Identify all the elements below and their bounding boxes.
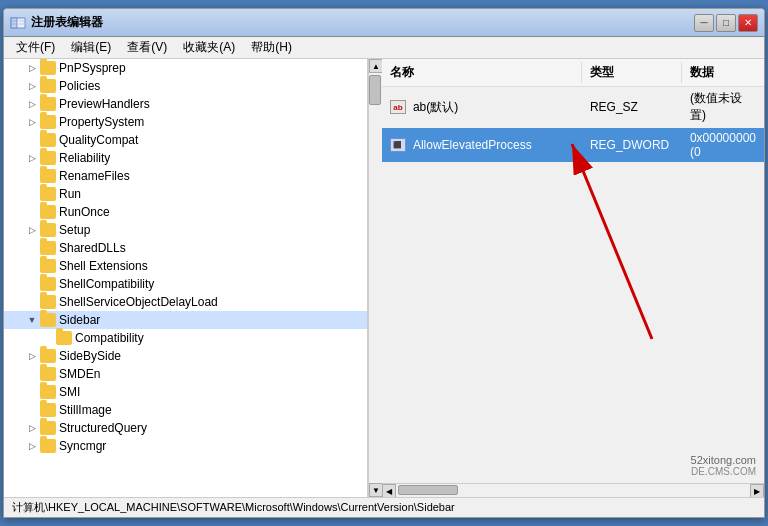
type-cell-selected: REG_DWORD <box>582 137 682 153</box>
folder-icon <box>40 205 56 219</box>
svg-rect-1 <box>11 18 17 28</box>
tree-item-SMDEn[interactable]: SMDEn <box>4 365 367 383</box>
tree-item-PnPSysprep[interactable]: ▷ PnPSysprep <box>4 59 367 77</box>
h-scroll-thumb[interactable] <box>398 485 458 495</box>
tree-item-Policies[interactable]: ▷ Policies <box>4 77 367 95</box>
folder-icon <box>40 241 56 255</box>
tree-label: QualityCompat <box>59 133 138 147</box>
folder-icon <box>40 295 56 309</box>
tree-label: Sidebar <box>59 313 100 327</box>
tree-label: PreviewHandlers <box>59 97 150 111</box>
ab-icon: ab <box>390 100 406 114</box>
tree-item-Setup[interactable]: ▷ Setup <box>4 221 367 239</box>
horizontal-scrollbar[interactable]: ◀ ▶ <box>382 483 764 497</box>
tree-item-ShellExtensions[interactable]: Shell Extensions <box>4 257 367 275</box>
folder-icon <box>40 115 56 129</box>
scroll-thumb[interactable] <box>369 75 381 105</box>
right-pane: 名称 类型 数据 ab ab(默认) REG_SZ (数值未设置) <box>382 59 764 497</box>
header-data[interactable]: 数据 <box>682 62 764 83</box>
menu-edit[interactable]: 编辑(E) <box>63 37 119 58</box>
left-scrollbar[interactable]: ▲ ▼ <box>368 59 382 497</box>
tree-item-Sidebar[interactable]: ▼ Sidebar <box>4 311 367 329</box>
tree-item-Run[interactable]: Run <box>4 185 367 203</box>
folder-icon <box>40 421 56 435</box>
folder-icon <box>40 97 56 111</box>
name-cell: ab ab(默认) <box>382 98 582 117</box>
status-bar: 计算机\HKEY_LOCAL_MACHINE\SOFTWARE\Microsof… <box>4 497 764 517</box>
menu-favorites[interactable]: 收藏夹(A) <box>175 37 243 58</box>
watermark-line2: DE.CMS.COM <box>691 466 756 477</box>
tree-item-Compatibility[interactable]: Compatibility <box>4 329 367 347</box>
tree-item-QualityCompat[interactable]: QualityCompat <box>4 131 367 149</box>
scroll-down-button[interactable]: ▼ <box>369 483 383 497</box>
h-scroll-track <box>396 484 750 497</box>
folder-icon <box>40 223 56 237</box>
menu-view[interactable]: 查看(V) <box>119 37 175 58</box>
title-bar: 注册表编辑器 ─ □ ✕ <box>4 9 764 37</box>
table-row[interactable]: ab ab(默认) REG_SZ (数值未设置) <box>382 87 764 128</box>
tree-label: ShellCompatibility <box>59 277 154 291</box>
tree-label: StillImage <box>59 403 112 417</box>
folder-icon <box>40 259 56 273</box>
tree-item-RenameFiles[interactable]: RenameFiles <box>4 167 367 185</box>
tree-label: Setup <box>59 223 90 237</box>
tree-item-StructuredQuery[interactable]: ▷ StructuredQuery <box>4 419 367 437</box>
tree-item-ShellServiceObjectDelayLoad[interactable]: ShellServiceObjectDelayLoad <box>4 293 367 311</box>
scroll-right-button[interactable]: ▶ <box>750 484 764 497</box>
data-cell: (数值未设置) <box>682 89 764 125</box>
toggle-icon: ▷ <box>24 225 40 235</box>
tree-label: SMDEn <box>59 367 100 381</box>
header-name[interactable]: 名称 <box>382 62 582 83</box>
tree-label: Compatibility <box>75 331 144 345</box>
menu-help[interactable]: 帮助(H) <box>243 37 300 58</box>
tree-label: PropertySystem <box>59 115 144 129</box>
entry-name-selected: AllowElevatedProcess <box>413 138 532 152</box>
tree-item-SharedDLLs[interactable]: SharedDLLs <box>4 239 367 257</box>
tree-item-PreviewHandlers[interactable]: ▷ PreviewHandlers <box>4 95 367 113</box>
folder-icon <box>40 403 56 417</box>
tree-item-Syncmgr[interactable]: ▷ Syncmgr <box>4 437 367 455</box>
toggle-icon: ▼ <box>24 315 40 325</box>
minimize-button[interactable]: ─ <box>694 14 714 32</box>
scroll-left-button[interactable]: ◀ <box>382 484 396 497</box>
tree-label: Run <box>59 187 81 201</box>
toggle-icon: ▷ <box>24 351 40 361</box>
folder-icon <box>40 187 56 201</box>
header-type[interactable]: 类型 <box>582 62 682 83</box>
maximize-button[interactable]: □ <box>716 14 736 32</box>
menu-file[interactable]: 文件(F) <box>8 37 63 58</box>
entry-name: ab(默认) <box>413 99 458 116</box>
window-controls: ─ □ ✕ <box>694 14 758 32</box>
tree-label: PnPSysprep <box>59 61 126 75</box>
folder-icon <box>40 367 56 381</box>
folder-icon <box>56 331 72 345</box>
toggle-icon: ▷ <box>24 441 40 451</box>
tree-item-StillImage[interactable]: StillImage <box>4 401 367 419</box>
tree-label: Reliability <box>59 151 110 165</box>
tree-item-SMI[interactable]: SMI <box>4 383 367 401</box>
folder-icon <box>40 151 56 165</box>
toggle-icon: ▷ <box>24 63 40 73</box>
tree-item-PropertySystem[interactable]: ▷ PropertySystem <box>4 113 367 131</box>
folder-icon <box>40 385 56 399</box>
tree-item-SideBySide[interactable]: ▷ SideBySide <box>4 347 367 365</box>
tree-item-RunOnce[interactable]: RunOnce <box>4 203 367 221</box>
registry-tree[interactable]: ▷ PnPSysprep ▷ Policies ▷ PreviewHandler… <box>4 59 368 497</box>
tree-item-Reliability[interactable]: ▷ Reliability <box>4 149 367 167</box>
main-window: 注册表编辑器 ─ □ ✕ 文件(F) 编辑(E) 查看(V) 收藏夹(A) 帮助… <box>3 8 765 518</box>
tree-label: RunOnce <box>59 205 110 219</box>
folder-icon <box>40 349 56 363</box>
tree-label: SideBySide <box>59 349 121 363</box>
tree-item-ShellCompatibility[interactable]: ShellCompatibility <box>4 275 367 293</box>
scroll-track <box>369 73 382 483</box>
app-icon <box>10 15 26 31</box>
table-row-selected[interactable]: ⬛ AllowElevatedProcess REG_DWORD 0x00000… <box>382 128 764 163</box>
menu-bar: 文件(F) 编辑(E) 查看(V) 收藏夹(A) 帮助(H) <box>4 37 764 59</box>
tree-label: StructuredQuery <box>59 421 147 435</box>
folder-icon <box>40 61 56 75</box>
close-button[interactable]: ✕ <box>738 14 758 32</box>
folder-icon <box>40 133 56 147</box>
toggle-icon: ▷ <box>24 423 40 433</box>
scroll-up-button[interactable]: ▲ <box>369 59 383 73</box>
tree-label: Shell Extensions <box>59 259 148 273</box>
